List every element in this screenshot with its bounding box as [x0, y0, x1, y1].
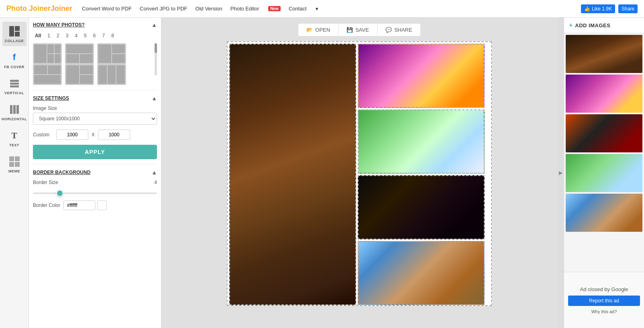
photo-cell-mr2[interactable] — [358, 175, 485, 239]
fb-share-button[interactable]: Share — [618, 4, 638, 13]
open-label: OPEN — [315, 27, 330, 33]
sidebar-item-text[interactable]: T TEXT — [2, 126, 26, 150]
count-tab-all[interactable]: All — [33, 32, 43, 39]
fb-like-button[interactable]: 👍 Like 1.9K — [581, 4, 615, 13]
count-tab-4[interactable]: 4 — [73, 32, 79, 39]
border-size-row: Border Size 4 — [33, 180, 157, 185]
add-images-label: ADD IMAGES — [575, 22, 610, 28]
thumb-1[interactable] — [566, 35, 642, 73]
border-color-input[interactable] — [63, 200, 96, 210]
collage-icon — [8, 25, 21, 38]
thumb-5[interactable] — [566, 194, 642, 232]
topnav-right: 👍 Like 1.9K Share — [581, 4, 638, 13]
vertical-icon — [8, 77, 21, 90]
brand-photo: Photo Joiner — [6, 4, 51, 12]
scrollbar-thumb — [155, 43, 157, 53]
layout-thumb-2[interactable] — [65, 43, 94, 64]
size-settings-title: SIZE SETTINGS — [33, 95, 69, 101]
count-tab-7[interactable]: 7 — [100, 32, 107, 39]
layout-grid — [33, 43, 150, 85]
image-thumbnails — [564, 33, 644, 272]
custom-width-input[interactable] — [56, 130, 88, 140]
apply-button[interactable]: APPLY — [33, 145, 157, 159]
left-sidebar: COLLAGE f FB COVER VERTICAL HORIZONTAL — [0, 18, 29, 328]
report-ad-button[interactable]: Report this ad — [568, 296, 640, 306]
count-tab-3[interactable]: 3 — [64, 32, 71, 39]
custom-label: Custom — [33, 132, 53, 138]
sidebar-item-fb-cover[interactable]: f FB COVER — [2, 48, 26, 72]
thumb-4[interactable] — [566, 154, 642, 192]
open-button[interactable]: 📂 OPEN — [298, 24, 338, 36]
sidebar-label-horizontal: HORIZONTAL — [2, 117, 27, 121]
share-icon: 💬 — [385, 27, 392, 33]
count-tab-8[interactable]: 8 — [109, 32, 116, 39]
app-brand[interactable]: Photo JoinerJoiner — [6, 4, 72, 13]
layout-thumb-4[interactable] — [33, 64, 62, 85]
size-settings-arrow[interactable]: ▲ — [151, 95, 157, 101]
count-tab-6[interactable]: 6 — [91, 32, 98, 39]
count-tabs: All 1 2 3 4 5 6 7 8 — [33, 32, 157, 39]
count-tab-5[interactable]: 5 — [82, 32, 89, 39]
image-size-label: Image Size — [33, 105, 157, 111]
save-button[interactable]: 💾 SAVE — [338, 24, 377, 36]
photo-cell-large[interactable] — [229, 44, 356, 305]
border-size-slider[interactable] — [33, 192, 157, 194]
nav-links: Convert Word to PDF Convert JPG to PDF O… — [82, 6, 581, 12]
how-many-section-header: HOW MANY PHOTOS? ▲ — [33, 22, 157, 28]
main-layout: COLLAGE f FB COVER VERTICAL HORIZONTAL — [0, 18, 644, 328]
sidebar-item-vertical[interactable]: VERTICAL — [2, 74, 26, 98]
custom-height-input[interactable] — [98, 130, 130, 140]
divider-2 — [33, 164, 157, 164]
how-many-title: HOW MANY PHOTOS? — [33, 22, 85, 28]
border-bg-arrow[interactable]: ▲ — [151, 169, 157, 176]
layout-options — [33, 43, 157, 85]
count-tab-2[interactable]: 2 — [55, 32, 61, 39]
sidebar-item-collage[interactable]: COLLAGE — [2, 22, 26, 46]
layout-row-2 — [33, 64, 150, 85]
photo-cell-br[interactable] — [358, 241, 485, 305]
layout-thumb-1[interactable] — [33, 43, 62, 64]
nav-old-version[interactable]: Old Version — [196, 6, 222, 12]
layout-scrollbar[interactable] — [155, 43, 157, 75]
horizontal-icon — [8, 103, 21, 116]
nav-convert-word[interactable]: Convert Word to PDF — [82, 6, 132, 12]
fb-icon: 👍 — [584, 6, 590, 12]
count-tab-1[interactable]: 1 — [45, 32, 52, 39]
photo-cell-tr[interactable] — [358, 44, 485, 108]
sidebar-label-fb-cover: FB COVER — [4, 65, 24, 69]
border-bg-title: BORDER BACKGROUND — [33, 170, 90, 175]
share-label: SHARE — [394, 27, 412, 33]
border-color-row: Border Color — [33, 200, 157, 210]
layout-thumb-6[interactable] — [97, 64, 126, 85]
text-icon: T — [8, 129, 21, 142]
size-settings-header: SIZE SETTINGS ▲ — [33, 95, 157, 101]
sidebar-item-meme[interactable]: MEME — [2, 152, 26, 176]
size-x-separator: X — [92, 132, 95, 138]
nav-contact-arrow[interactable]: ▼ — [315, 6, 319, 11]
nav-convert-jpg[interactable]: Convert JPG to PDF — [140, 6, 187, 12]
why-ad-link[interactable]: Why this ad? — [591, 309, 617, 314]
how-many-arrow[interactable]: ▲ — [151, 22, 157, 28]
add-images-header[interactable]: + ADD IMAGES — [564, 18, 644, 33]
nav-photo-editor[interactable]: Photo Editor — [230, 6, 259, 12]
sidebar-label-meme: MEME — [8, 169, 20, 173]
divider-1 — [33, 90, 157, 90]
layout-thumb-5[interactable] — [65, 64, 94, 85]
ad-closed-text: Ad closed by Google — [580, 286, 628, 292]
thumb-2[interactable] — [566, 75, 642, 113]
fb-like-label: Like 1.9K — [592, 6, 612, 12]
color-input-wrap — [63, 200, 107, 210]
border-slider-container — [33, 188, 157, 196]
sidebar-item-horizontal[interactable]: HORIZONTAL — [2, 100, 26, 124]
image-size-select[interactable]: Square 1000x1000 Portrait 1000x1500 Land… — [33, 113, 157, 125]
border-color-swatch[interactable] — [97, 200, 107, 210]
share-button[interactable]: 💬 SHARE — [377, 24, 420, 36]
photo-cell-mr1[interactable] — [358, 109, 485, 174]
collapse-handle[interactable]: ▶ — [557, 18, 564, 328]
fb-cover-icon: f — [8, 51, 21, 64]
layout-thumb-3[interactable] — [97, 43, 126, 64]
save-label: SAVE — [355, 27, 369, 33]
right-sidebar: + ADD IMAGES Ad closed by Google Report — [564, 18, 644, 328]
nav-contact[interactable]: Contact — [289, 6, 307, 12]
thumb-3[interactable] — [566, 114, 642, 152]
